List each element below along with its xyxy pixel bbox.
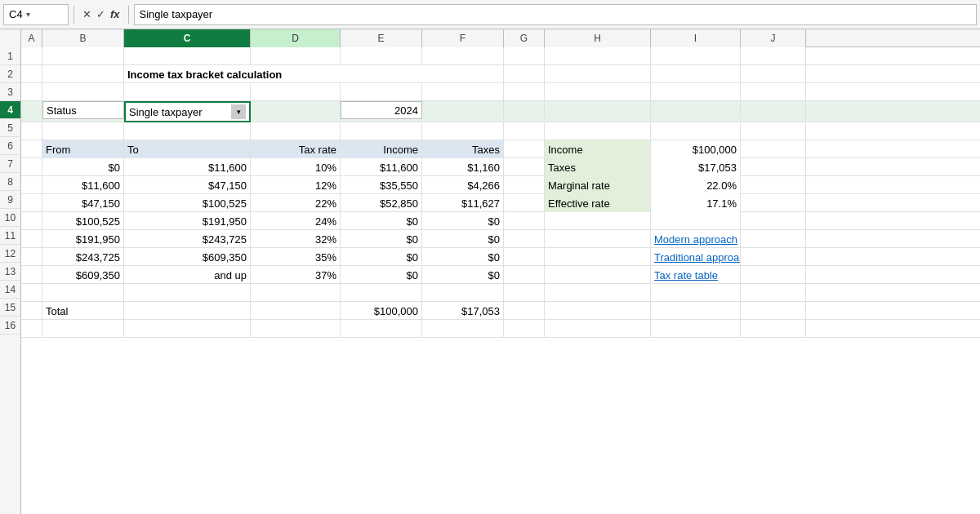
cell-b10[interactable]: $100,525 [42, 212, 124, 230]
cell-i15[interactable] [651, 302, 741, 320]
cell-f9[interactable]: $11,627 [422, 194, 504, 212]
cell-h4[interactable] [545, 101, 651, 119]
cell-e3[interactable] [341, 83, 422, 101]
row-header-1[interactable]: 1 [0, 47, 20, 65]
cell-h1[interactable] [545, 47, 651, 65]
cell-a13[interactable] [21, 266, 42, 284]
cell-j14[interactable] [741, 284, 806, 302]
cell-a12[interactable] [21, 248, 42, 266]
cell-e12[interactable]: $0 [341, 248, 422, 266]
cell-d1[interactable] [251, 47, 341, 65]
row-header-14[interactable]: 14 [0, 281, 20, 299]
cell-b14[interactable] [42, 284, 124, 302]
cell-e11[interactable]: $0 [341, 230, 422, 248]
cell-a16[interactable] [21, 320, 42, 338]
cell-i8-marginal-value[interactable]: 22.0% [651, 176, 741, 194]
cell-e15-total-income[interactable]: $100,000 [341, 302, 422, 320]
cell-e8[interactable]: $35,550 [341, 176, 422, 194]
cell-j2[interactable] [741, 65, 806, 83]
cell-g10[interactable] [504, 212, 545, 230]
cell-f1[interactable] [422, 47, 504, 65]
cell-ref-dropdown-icon[interactable]: ▾ [26, 10, 30, 19]
cell-c6-to[interactable]: To [124, 140, 251, 158]
cell-h8-marginal-label[interactable]: Marginal rate [545, 176, 651, 194]
cell-b12[interactable]: $243,725 [42, 248, 124, 266]
cell-g16[interactable] [504, 320, 545, 338]
row-header-12[interactable]: 12 [0, 245, 20, 263]
cell-a5[interactable] [21, 122, 42, 140]
cell-j11[interactable] [741, 230, 806, 248]
cell-g5[interactable] [504, 122, 545, 140]
cell-a9[interactable] [21, 194, 42, 212]
cell-a1[interactable] [21, 47, 42, 65]
cell-b7[interactable]: $0 [42, 158, 124, 176]
cell-j6[interactable] [741, 140, 806, 158]
cell-f8[interactable]: $4,266 [422, 176, 504, 194]
cell-j15[interactable] [741, 302, 806, 320]
cell-g9[interactable] [504, 194, 545, 212]
cell-c11[interactable]: $243,725 [124, 230, 251, 248]
cell-c5[interactable] [124, 122, 251, 140]
cell-e7[interactable]: $11,600 [341, 158, 422, 176]
cell-b3[interactable] [42, 83, 124, 101]
cell-e6-income[interactable]: Income [341, 140, 422, 158]
cell-c3[interactable] [124, 83, 251, 101]
cell-f11[interactable]: $0 [422, 230, 504, 248]
cell-e9[interactable]: $52,850 [341, 194, 422, 212]
cell-b13[interactable]: $609,350 [42, 266, 124, 284]
cell-a14[interactable] [21, 284, 42, 302]
cell-h3[interactable] [545, 83, 651, 101]
cell-h5[interactable] [545, 122, 651, 140]
cell-b16[interactable] [42, 320, 124, 338]
cell-c14[interactable] [124, 284, 251, 302]
col-header-i[interactable]: I [651, 29, 741, 47]
cell-b2[interactable] [42, 65, 124, 83]
cell-i10[interactable] [651, 212, 741, 230]
cell-h13[interactable] [545, 266, 651, 284]
cell-f13[interactable]: $0 [422, 266, 504, 284]
cell-e13[interactable]: $0 [341, 266, 422, 284]
row-header-10[interactable]: 10 [0, 209, 20, 227]
cell-g6[interactable] [504, 140, 545, 158]
col-header-f[interactable]: F [422, 29, 504, 47]
col-header-g[interactable]: G [504, 29, 545, 47]
cell-i4[interactable] [651, 101, 741, 119]
col-header-e[interactable]: E [341, 29, 422, 47]
row-header-5[interactable]: 5 [0, 119, 20, 137]
cell-i16[interactable] [651, 320, 741, 338]
cell-f6-taxes[interactable]: Taxes [422, 140, 504, 158]
cell-j10[interactable] [741, 212, 806, 230]
cell-i1[interactable] [651, 47, 741, 65]
cell-d16[interactable] [251, 320, 341, 338]
cell-c15[interactable] [124, 302, 251, 320]
cell-b11[interactable]: $191,950 [42, 230, 124, 248]
cell-g3[interactable] [504, 83, 545, 101]
cell-i9-effective-value[interactable]: 17.1% [651, 194, 741, 212]
col-header-a[interactable]: A [21, 29, 42, 47]
cell-j13[interactable] [741, 266, 806, 284]
cell-f15-total-taxes[interactable]: $17,053 [422, 302, 504, 320]
cell-d13[interactable]: 37% [251, 266, 341, 284]
cell-c13[interactable]: and up [124, 266, 251, 284]
cell-h11[interactable] [545, 230, 651, 248]
cell-e16[interactable] [341, 320, 422, 338]
cell-j4[interactable] [741, 101, 806, 119]
cell-f4[interactable] [422, 101, 504, 119]
cell-g4[interactable] [504, 101, 545, 119]
row-header-13[interactable]: 13 [0, 263, 20, 281]
cell-e14[interactable] [341, 284, 422, 302]
cell-j12[interactable] [741, 248, 806, 266]
cell-j16[interactable] [741, 320, 806, 338]
cell-h9-effective-label[interactable]: Effective rate [545, 194, 651, 212]
cell-b8[interactable]: $11,600 [42, 176, 124, 194]
cell-g7[interactable] [504, 158, 545, 176]
row-header-6[interactable]: 6 [0, 137, 20, 155]
cell-j8[interactable] [741, 176, 806, 194]
cell-f12[interactable]: $0 [422, 248, 504, 266]
row-header-8[interactable]: 8 [0, 173, 20, 191]
cell-d5[interactable] [251, 122, 341, 140]
cell-i6-income-value[interactable]: $100,000 [651, 140, 741, 158]
cell-g14[interactable] [504, 284, 545, 302]
cell-d15[interactable] [251, 302, 341, 320]
cell-i12-traditional-link[interactable]: Traditional approach [651, 248, 741, 266]
